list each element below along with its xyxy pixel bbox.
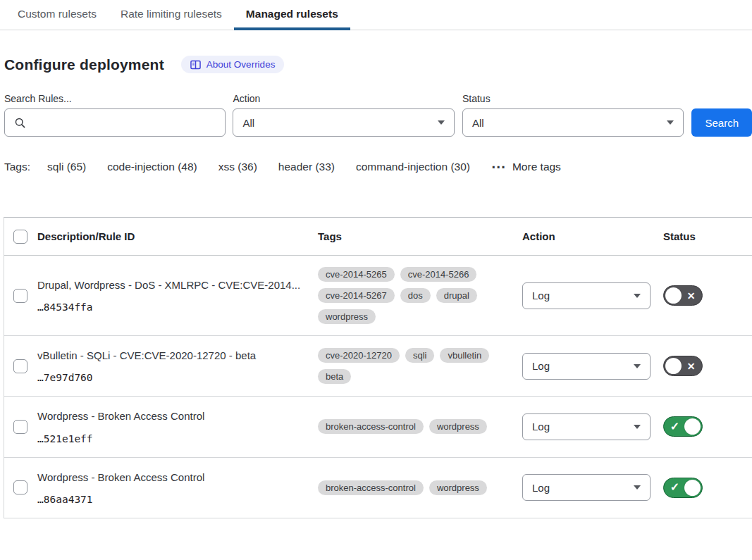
tag-filter-sqli[interactable]: sqli (65): [47, 161, 86, 173]
ruleset-tabs: Custom rulesets Rate limiting rulesets M…: [0, 0, 752, 30]
rule-tags: cve-2014-5265 cve-2014-5266 cve-2014-526…: [318, 256, 503, 335]
filter-bar: Search Rules... Action All Status All: [4, 93, 752, 137]
rule-id: …86aa4371: [37, 494, 301, 505]
action-filter-value: All: [242, 117, 254, 129]
rule-action-select[interactable]: Log: [522, 413, 651, 440]
col-tags: Tags: [318, 230, 522, 242]
rule-id: …521e1eff: [37, 433, 301, 444]
rule-action-value: Log: [532, 482, 550, 494]
status-toggle[interactable]: [663, 416, 703, 437]
about-overrides-link[interactable]: About Overrides: [181, 56, 285, 73]
tag-pill: cve-2014-5267: [318, 288, 395, 303]
tag-filter-header[interactable]: header (33): [278, 161, 335, 173]
tag-pill: cve-2020-12720: [318, 348, 400, 363]
toggle-knob: [665, 287, 682, 304]
status-toggle[interactable]: [663, 356, 703, 376]
status-toggle[interactable]: [663, 478, 703, 498]
tag-pill: cve-2014-5265: [318, 267, 395, 282]
check-icon: [665, 482, 684, 493]
x-icon: [682, 361, 701, 371]
row-checkbox[interactable]: [13, 359, 27, 373]
more-tags-icon: ⋯: [491, 163, 507, 170]
more-tags-button[interactable]: ⋯ More tags: [491, 161, 561, 173]
rule-action-select[interactable]: Log: [522, 282, 651, 309]
search-rules-box[interactable]: [4, 108, 226, 137]
managed-rules-table: Description/Rule ID Tags Action Status D…: [4, 217, 752, 518]
search-icon: [14, 117, 26, 129]
tag-filter-command-injection[interactable]: command-injection (30): [356, 161, 470, 173]
table-row: Wordpress - Broken Access Control …521e1…: [4, 397, 752, 457]
tag-filter-code-injection[interactable]: code-injection (48): [107, 161, 197, 173]
table-row: Drupal, Wordpress - DoS - XMLRPC - CVE:C…: [4, 256, 752, 336]
rule-tags: cve-2020-12720 sqli vbulletin beta: [318, 337, 503, 395]
table-row: vBulletin - SQLi - CVE:CVE-2020-12720 - …: [4, 336, 752, 397]
rule-id: …84534ffa: [37, 301, 301, 313]
more-tags-label: More tags: [512, 161, 561, 173]
x-icon: [682, 291, 701, 301]
about-overrides-label: About Overrides: [207, 59, 276, 70]
table-header-row: Description/Rule ID Tags Action Status: [4, 218, 752, 256]
status-toggle[interactable]: [663, 285, 703, 306]
chevron-down-icon: [667, 120, 674, 125]
rule-action-value: Log: [532, 421, 550, 433]
toggle-knob: [665, 358, 682, 374]
status-filter-label: Status: [462, 93, 684, 104]
rule-id: …7e97d760: [37, 372, 301, 383]
rule-action-value: Log: [532, 290, 550, 301]
tag-pill: drupal: [436, 288, 477, 303]
rule-action-value: Log: [532, 360, 550, 372]
page-title: Configure deployment: [4, 56, 164, 73]
chevron-down-icon: [634, 294, 641, 298]
tab-rate-limiting-rulesets[interactable]: Rate limiting rulesets: [109, 0, 234, 30]
row-checkbox[interactable]: [13, 480, 27, 494]
rule-tags: broken-access-control wordpress: [318, 469, 503, 506]
rule-tags: broken-access-control wordpress: [318, 408, 503, 445]
tag-pill: dos: [400, 288, 431, 303]
col-description: Description/Rule ID: [37, 230, 318, 242]
rule-description: vBulletin - SQLi - CVE:CVE-2020-12720 - …: [37, 349, 301, 363]
search-rules-label: Search Rules...: [4, 93, 226, 104]
heading-row: Configure deployment About Overrides: [4, 56, 752, 73]
toggle-knob: [684, 480, 701, 496]
tag-pill: sqli: [405, 348, 435, 363]
rule-action-select[interactable]: Log: [522, 353, 651, 380]
book-icon: [190, 60, 201, 70]
tag-filter-xss[interactable]: xss (36): [218, 161, 257, 173]
tag-pill: broken-access-control: [318, 419, 424, 434]
search-rules-input[interactable]: [32, 116, 216, 130]
rule-action-select[interactable]: Log: [522, 474, 651, 501]
col-action: Action: [522, 230, 663, 242]
tag-pill: vbulletin: [440, 348, 489, 363]
row-checkbox[interactable]: [13, 289, 27, 303]
select-all-checkbox[interactable]: [13, 230, 27, 244]
status-filter-select[interactable]: All: [462, 108, 684, 137]
rule-description: Wordpress - Broken Access Control: [37, 409, 301, 423]
tab-managed-rulesets[interactable]: Managed rulesets: [234, 0, 350, 30]
tab-custom-rulesets[interactable]: Custom rulesets: [6, 0, 109, 30]
toggle-knob: [684, 418, 701, 435]
status-filter-value: All: [472, 117, 484, 129]
action-filter-label: Action: [233, 93, 454, 104]
row-checkbox[interactable]: [13, 420, 27, 434]
chevron-down-icon: [634, 425, 641, 429]
search-button[interactable]: Search: [691, 108, 752, 137]
check-icon: [665, 421, 684, 433]
col-status: Status: [663, 230, 752, 242]
tag-pill: beta: [318, 369, 351, 384]
chevron-down-icon: [438, 120, 445, 125]
tags-label: Tags:: [4, 161, 30, 173]
action-filter-select[interactable]: All: [233, 108, 454, 137]
chevron-down-icon: [634, 364, 641, 368]
tag-pill: broken-access-control: [318, 480, 424, 495]
rule-description: Drupal, Wordpress - DoS - XMLRPC - CVE:C…: [37, 278, 301, 292]
table-row: Wordpress - Broken Access Control …86aa4…: [4, 458, 752, 518]
tag-pill: wordpress: [318, 309, 376, 324]
tag-pill: wordpress: [429, 480, 487, 495]
tag-pill: cve-2014-5266: [400, 267, 477, 282]
tags-bar: Tags: sqli (65) code-injection (48) xss …: [4, 161, 752, 173]
rule-description: Wordpress - Broken Access Control: [37, 471, 301, 485]
chevron-down-icon: [634, 485, 641, 490]
tag-pill: wordpress: [429, 419, 487, 434]
